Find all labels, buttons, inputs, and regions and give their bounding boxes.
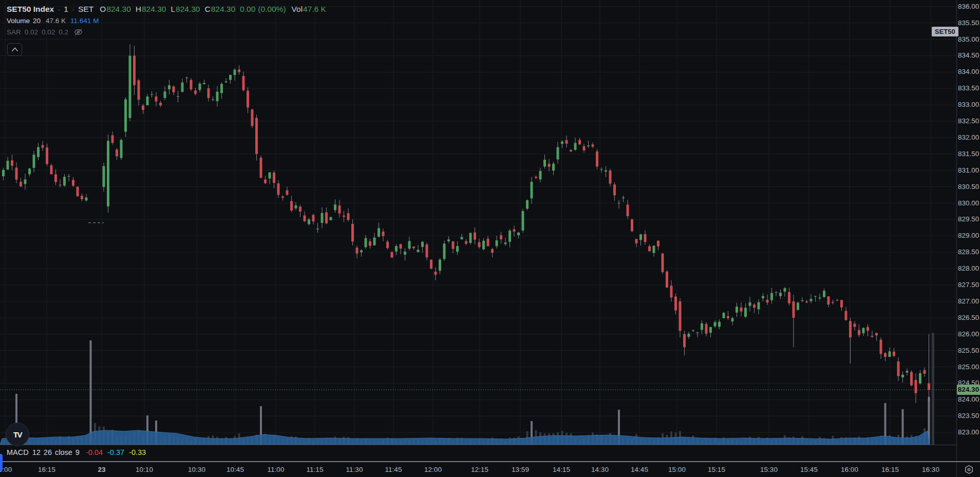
symbol-badge: SET50 — [932, 27, 958, 36]
legend-text: 824.30 — [176, 5, 200, 14]
time-tick-label: 12:15 — [471, 466, 488, 473]
legend-text: Vol — [292, 5, 303, 14]
price-tick-label: 827.00 — [958, 297, 978, 306]
legend-text: 12 — [32, 448, 41, 456]
legend-text: SET50 Index — [7, 5, 54, 14]
time-tick-label: 12:00 — [424, 466, 442, 473]
price-tick-label: 835.00 — [958, 35, 978, 44]
price-tick-label: 830.50 — [958, 183, 978, 191]
time-tick-label: 11:30 — [346, 466, 363, 473]
legend-text: SET — [78, 5, 93, 14]
legend-text: -0.37 — [107, 448, 124, 456]
volume-legend-row[interactable]: Volume2047.6 K11.641 M — [7, 15, 326, 26]
time-tick-label: 14:30 — [591, 466, 609, 473]
time-tick-label: 14:15 — [553, 466, 570, 473]
legend-text: 824.30 — [106, 5, 130, 14]
chevron-up-icon — [11, 47, 18, 52]
time-tick-label: 11:15 — [307, 466, 324, 473]
candlestick-plot[interactable] — [0, 0, 956, 461]
legend-text: 0.02 — [42, 28, 55, 36]
time-tick-label: 11:45 — [385, 466, 402, 473]
legend-text: 47.6 K — [303, 5, 326, 14]
macd-legend-row[interactable]: MACD1226close9-0.04-0.37-0.33 — [7, 448, 146, 456]
price-tick-label: 824.00 — [958, 395, 978, 404]
price-tick-label: 825.00 — [958, 363, 978, 371]
time-tick-label: 11:00 — [268, 466, 285, 473]
legend-text: H — [136, 5, 141, 14]
tradingview-logo[interactable]: TV — [6, 423, 29, 446]
sar-legend-row[interactable]: SAR0.020.020.2 — [7, 26, 326, 37]
legend-text: 0.02 — [25, 28, 38, 36]
price-tick-label: 834.50 — [958, 51, 978, 60]
time-tick-label: 10:45 — [227, 466, 244, 473]
chart-legend: SET50 Index·1·SETO824.30H824.30L824.30C8… — [7, 4, 326, 37]
legend-text: Volume — [7, 17, 30, 25]
legend-text: · — [58, 5, 60, 14]
visibility-off-icon[interactable] — [73, 27, 83, 37]
macd-pane[interactable]: MACD1226close9-0.04-0.37-0.33 — [0, 445, 956, 461]
legend-text: -0.33 — [129, 448, 146, 456]
price-tick-label: 825.50 — [958, 347, 978, 355]
time-tick-label: 16:15 — [881, 466, 899, 473]
time-tick-label: 15:00 — [668, 466, 686, 473]
price-tick-label: 826.50 — [958, 314, 978, 322]
time-tick-label: 10:30 — [188, 466, 205, 473]
time-tick-label: 16:15 — [38, 466, 55, 473]
time-tick-label: 15:15 — [708, 466, 725, 473]
gear-icon[interactable] — [964, 465, 974, 474]
time-tick-label: 10:10 — [136, 466, 153, 473]
legend-text: 11.641 M — [70, 17, 99, 25]
time-tick-label: 15:45 — [800, 466, 818, 473]
legend-text: 824.30 — [142, 5, 166, 14]
legend-text: 20 — [33, 17, 41, 25]
legend-collapse-button[interactable] — [7, 43, 22, 56]
price-tick-label: 828.50 — [958, 248, 978, 256]
tradingview-logo-text: TV — [13, 430, 22, 439]
price-tick-label: 833.50 — [958, 84, 978, 92]
symbol-legend-row[interactable]: SET50 Index·1·SETO824.30H824.30L824.30C8… — [7, 4, 326, 15]
legend-text: close — [55, 448, 72, 456]
legend-text: · — [72, 5, 74, 14]
price-tick-label: 823.50 — [958, 412, 978, 420]
legend-text: 26 — [44, 448, 52, 456]
legend-text: 1 — [64, 5, 68, 14]
legend-text: L — [171, 5, 175, 14]
price-tick-label: 832.00 — [958, 133, 978, 142]
price-tick-label: 828.00 — [958, 264, 978, 273]
last-price-label: 824.30 — [957, 385, 980, 395]
price-tick-label: 833.00 — [958, 101, 978, 109]
axis-settings-corner[interactable] — [956, 462, 980, 477]
time-tick-label: 13:59 — [512, 466, 529, 473]
price-tick-label: 831.50 — [958, 150, 978, 158]
legend-text: (0.00%) — [258, 5, 286, 14]
price-tick-label: 836.00 — [958, 3, 978, 11]
price-tick-label: 832.50 — [958, 117, 978, 125]
time-axis[interactable]: 5:0016:152310:1010:3010:4511:0011:1511:3… — [0, 461, 980, 477]
time-tick-label: 16:30 — [922, 466, 939, 473]
legend-text: MACD — [7, 448, 29, 456]
time-tick-label: 23 — [98, 466, 105, 473]
price-tick-label: 826.00 — [958, 330, 978, 338]
price-tick-label: 834.00 — [958, 68, 978, 76]
price-tick-label: 831.00 — [958, 166, 978, 175]
trading-chart-window: SET50 Index·1·SETO824.30H824.30L824.30C8… — [0, 0, 980, 477]
legend-text: O — [100, 5, 106, 14]
legend-text: 47.6 K — [46, 17, 66, 25]
legend-text: 9 — [76, 448, 80, 456]
legend-text: C — [204, 5, 210, 14]
main-chart-pane[interactable] — [0, 0, 956, 461]
time-tick-label: 16:00 — [841, 466, 858, 473]
price-tick-label: 829.00 — [958, 232, 978, 240]
legend-text: 824.30 — [211, 5, 235, 14]
time-tick-label: 14:45 — [631, 466, 648, 473]
legend-text: -0.04 — [86, 448, 103, 456]
price-tick-label: 823.00 — [958, 428, 978, 436]
legend-text: SAR — [7, 28, 21, 36]
price-tick-label: 830.00 — [958, 199, 978, 207]
legend-text: 0.00 — [240, 5, 255, 14]
price-tick-label: 827.50 — [958, 281, 978, 289]
price-tick-label: 829.50 — [958, 215, 978, 223]
left-edge-blue-marker[interactable] — [0, 454, 3, 471]
time-tick-label: 15:30 — [760, 466, 778, 473]
price-tick-label: 835.50 — [958, 19, 978, 27]
